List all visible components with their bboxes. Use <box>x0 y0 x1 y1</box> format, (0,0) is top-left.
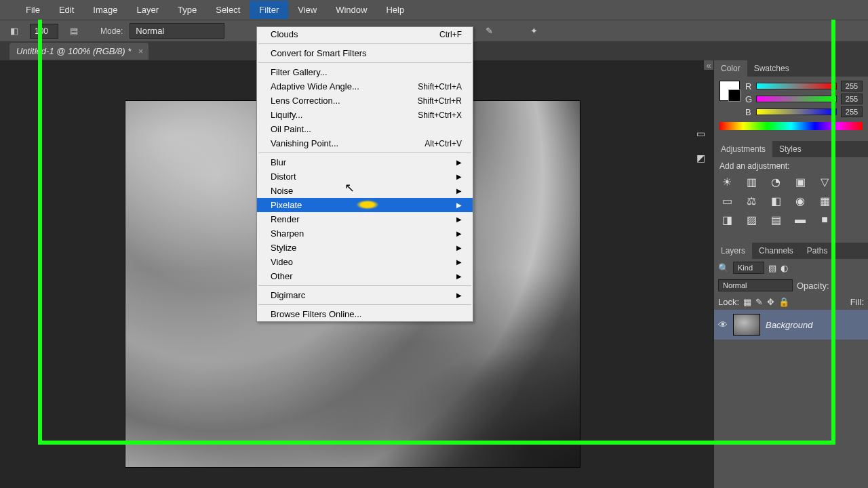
filter-convert-smart[interactable]: Convert for Smart Filters <box>257 46 473 60</box>
adjustments-panel: Adjustments Styles Add an adjustment: ☀ … <box>714 141 868 236</box>
tab-paths[interactable]: Paths <box>800 243 835 259</box>
vibrance-icon[interactable]: ▽ <box>817 175 832 188</box>
exposure-icon[interactable]: ▣ <box>793 175 808 188</box>
b-value[interactable]: 255 <box>841 106 863 117</box>
menu-view[interactable]: View <box>288 1 326 19</box>
gradient-map-icon[interactable]: ▬ <box>793 213 808 226</box>
right-panel-dock: Color Swatches R255 G255 B255 <box>713 60 868 488</box>
layer-thumbnail[interactable] <box>733 314 760 336</box>
tab-color[interactable]: Color <box>714 60 747 77</box>
filter-sharpen-submenu[interactable]: Sharpen▶ <box>257 226 473 241</box>
b-slider[interactable] <box>756 108 837 115</box>
color-ramp[interactable] <box>719 122 863 130</box>
photo-filter-icon[interactable]: ◉ <box>793 194 808 207</box>
document-tab[interactable]: Untitled-1 @ 100% (RGB/8) * × <box>9 43 149 60</box>
lock-label: Lock: <box>718 297 739 307</box>
levels-icon[interactable]: ▥ <box>744 175 759 188</box>
bw-icon[interactable]: ◧ <box>768 194 783 207</box>
search-icon[interactable]: 🔍 <box>718 263 729 273</box>
channel-mixer-icon[interactable]: ▦ <box>817 194 832 207</box>
curves-icon[interactable]: ◔ <box>768 175 783 188</box>
r-value[interactable]: 255 <box>841 81 863 92</box>
layer-row-background[interactable]: 👁 Background <box>714 310 868 340</box>
filter-pixel-icon[interactable]: ▧ <box>768 263 776 273</box>
r-slider[interactable] <box>756 83 837 89</box>
history-panel-icon[interactable]: ▭ <box>696 128 705 139</box>
g-slider[interactable] <box>756 96 837 102</box>
layer-filter-kind[interactable]: Kind <box>733 262 764 274</box>
chevron-right-icon: ▶ <box>456 159 462 166</box>
filter-noise-submenu[interactable]: Noise▶ <box>257 184 473 198</box>
posterize-icon[interactable]: ▨ <box>744 213 759 226</box>
tab-swatches[interactable]: Swatches <box>747 60 796 77</box>
g-value[interactable]: 255 <box>841 94 863 104</box>
chevron-right-icon: ▶ <box>456 244 462 251</box>
close-icon[interactable]: × <box>138 46 144 56</box>
chevron-right-icon: ▶ <box>456 173 462 180</box>
filter-other-submenu[interactable]: Other▶ <box>257 269 473 283</box>
chevron-right-icon: ▶ <box>456 201 462 209</box>
filter-blur-submenu[interactable]: Blur▶ <box>257 155 473 169</box>
filter-browse-online[interactable]: Browse Filters Online... <box>257 307 473 321</box>
filter-vanishing-point[interactable]: Vanishing Point...Alt+Ctrl+V <box>257 136 473 150</box>
lock-position-icon[interactable]: ✥ <box>767 297 774 307</box>
lock-transparent-icon[interactable]: ▦ <box>743 297 751 307</box>
menu-window[interactable]: Window <box>326 1 376 19</box>
layer-name[interactable]: Background <box>766 320 812 330</box>
foreground-color-swatch[interactable] <box>719 81 740 101</box>
filter-oil-paint[interactable]: Oil Paint... <box>257 122 473 136</box>
properties-panel-icon[interactable]: ◩ <box>696 152 705 163</box>
filter-video-submenu[interactable]: Video▶ <box>257 255 473 269</box>
filter-stylize-submenu[interactable]: Stylize▶ <box>257 241 473 255</box>
tool-preset-icon[interactable]: ◧ <box>5 24 23 39</box>
visibility-icon[interactable]: 👁 <box>718 319 728 330</box>
menu-select[interactable]: Select <box>206 1 250 19</box>
airbrush-icon[interactable]: ✎ <box>480 24 498 39</box>
chevron-right-icon: ▶ <box>456 291 462 299</box>
menu-help[interactable]: Help <box>376 1 414 19</box>
fill-label: Fill: <box>850 297 864 307</box>
collapse-panels-icon[interactable]: « <box>704 60 713 70</box>
filter-last-clouds[interactable]: Clouds Ctrl+F <box>257 27 473 41</box>
menu-type[interactable]: Type <box>168 1 206 19</box>
filter-gallery[interactable]: Filter Gallery... <box>257 65 473 79</box>
menu-image[interactable]: Image <box>83 1 127 19</box>
hue-icon[interactable]: ▭ <box>719 194 734 207</box>
add-adjustment-label: Add an adjustment: <box>719 161 863 171</box>
menu-separator <box>258 62 471 63</box>
filter-distort-submenu[interactable]: Distort▶ <box>257 169 473 184</box>
menu-filter[interactable]: Filter <box>250 1 288 19</box>
filter-liquify[interactable]: Liquify...Shift+Ctrl+X <box>257 108 473 122</box>
tablet-pressure-icon[interactable]: ✦ <box>525 24 542 39</box>
filter-render-submenu[interactable]: Render▶ <box>257 212 473 226</box>
opacity-label: Opacity: <box>797 281 829 291</box>
filter-adjust-icon[interactable]: ◐ <box>781 263 788 273</box>
filter-lens-correction[interactable]: Lens Correction...Shift+Ctrl+R <box>257 94 473 108</box>
menu-separator <box>258 152 471 153</box>
tab-adjustments[interactable]: Adjustments <box>714 141 772 157</box>
filter-digimarc-submenu[interactable]: Digimarc▶ <box>257 288 473 302</box>
background-color-swatch[interactable] <box>728 89 741 102</box>
chevron-right-icon: ▶ <box>456 272 462 280</box>
lock-all-icon[interactable]: 🔒 <box>778 297 789 307</box>
menu-layer[interactable]: Layer <box>127 1 169 19</box>
tab-layers[interactable]: Layers <box>714 243 752 259</box>
threshold-icon[interactable]: ▤ <box>768 213 783 226</box>
cursor-highlight-glow <box>356 200 379 209</box>
tab-styles[interactable]: Styles <box>772 141 808 157</box>
filter-adaptive-wide-angle[interactable]: Adaptive Wide Angle...Shift+Ctrl+A <box>257 79 473 94</box>
brightness-icon[interactable]: ☀ <box>719 175 734 188</box>
selective-color-icon[interactable]: ■ <box>817 213 832 226</box>
menu-file[interactable]: File <box>16 1 50 19</box>
blend-mode-dropdown[interactable]: Normal <box>130 23 224 39</box>
layer-blend-mode[interactable]: Normal <box>718 279 793 291</box>
brush-size-field[interactable]: 100 <box>30 24 58 39</box>
r-label: R <box>745 81 752 92</box>
filter-pixelate-submenu[interactable]: Pixelate▶ <box>257 198 473 212</box>
lock-pixels-icon[interactable]: ✎ <box>755 297 763 307</box>
color-balance-icon[interactable]: ⚖ <box>744 194 759 207</box>
tab-channels[interactable]: Channels <box>752 243 800 259</box>
menu-edit[interactable]: Edit <box>50 1 83 19</box>
invert-icon[interactable]: ◨ <box>719 213 734 226</box>
brush-panel-icon[interactable]: ▤ <box>65 24 83 39</box>
